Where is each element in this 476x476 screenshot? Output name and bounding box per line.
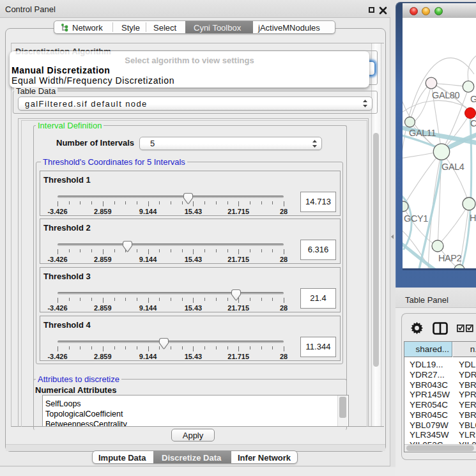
svg-text:GAL4: GAL4 <box>441 162 464 172</box>
svg-text:C: C <box>470 118 476 128</box>
svg-text:G.: G. <box>470 94 476 104</box>
svg-text:HAP2: HAP2 <box>438 253 462 263</box>
svg-text:GAL11: GAL11 <box>409 128 436 138</box>
svg-text:GCY1: GCY1 <box>404 213 428 224</box>
svg-text:GAL80: GAL80 <box>432 90 459 100</box>
svg-text:H: H <box>470 213 476 223</box>
